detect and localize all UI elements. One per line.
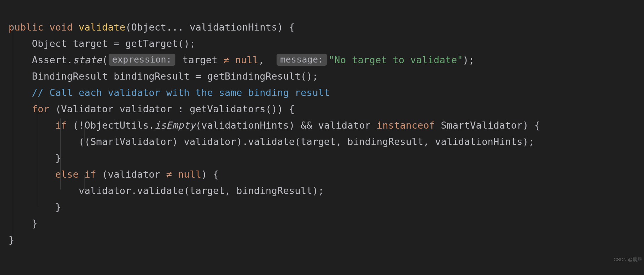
code-line: ((SmartValidator) validator).validate(ta… (9, 136, 534, 147)
keyword-instanceof: instanceof (377, 120, 435, 131)
inline-hint-message: message: (277, 54, 327, 66)
indent-guide (60, 118, 61, 189)
code-text (172, 169, 178, 180)
keyword-else: else (55, 169, 79, 180)
indent-guide (37, 102, 37, 206)
keyword-void: void (49, 22, 73, 33)
static-call: Assert. (9, 54, 73, 65)
code-line: validator.validate(target, bindingResult… (9, 185, 324, 196)
method-call: isEmpty (154, 120, 195, 131)
indent-guide (84, 175, 85, 190)
code-line: Assert.state(expression: target ≠ null, … (9, 54, 475, 65)
code-line: Object target = getTarget(); (9, 38, 196, 49)
code-editor-viewport: public void validate(Object... validatio… (0, 0, 644, 264)
keyword-null: null (235, 54, 258, 65)
code-text: (validator (96, 169, 166, 180)
code-line: if (!ObjectUtils.isEmpty(validationHints… (9, 120, 540, 131)
keyword-for: for (32, 103, 49, 114)
code-text: , (258, 54, 270, 65)
operator-neq: ≠ (223, 54, 229, 65)
indent-guide (84, 126, 85, 141)
code-comment: // Call each validator with the same bin… (9, 87, 330, 98)
code-line: for (Validator validator : getValidators… (9, 103, 295, 114)
code-text: ); (463, 54, 475, 65)
code-editor[interactable]: public void validate(Object... validatio… (0, 0, 644, 264)
code-text: (validationHints) && validator (196, 120, 377, 131)
method-call: state (73, 54, 102, 65)
keyword-if: if (84, 169, 96, 180)
code-text: target (177, 54, 224, 65)
operator-neq: ≠ (166, 169, 172, 180)
code-line: } (9, 201, 61, 212)
code-text: ) { (201, 169, 219, 180)
code-line: else if (validator ≠ null) { (9, 169, 219, 180)
code-line: public void validate(Object... validatio… (9, 22, 295, 33)
keyword-null: null (178, 169, 201, 180)
indent-guide (13, 20, 13, 238)
inline-hint-expression: expression: (109, 54, 175, 66)
string-literal: "No target to validate" (328, 54, 463, 65)
code-text: SmartValidator) { (435, 120, 540, 131)
code-line: } (9, 152, 61, 163)
code-text: (!ObjectUtils. (67, 120, 155, 131)
signature: (Object... validationHints) { (125, 22, 295, 33)
code-line: } (9, 234, 14, 245)
code-text (229, 54, 235, 65)
paren: ( (102, 54, 108, 65)
method-name: validate (79, 22, 126, 33)
code-text: (Validator validator : getValidators()) … (49, 103, 295, 114)
keyword-if: if (55, 120, 67, 131)
watermark: CSDN @晨犀 (613, 257, 642, 263)
code-line: BindingResult bindingResult = getBinding… (9, 71, 318, 82)
keyword-public: public (9, 22, 44, 33)
